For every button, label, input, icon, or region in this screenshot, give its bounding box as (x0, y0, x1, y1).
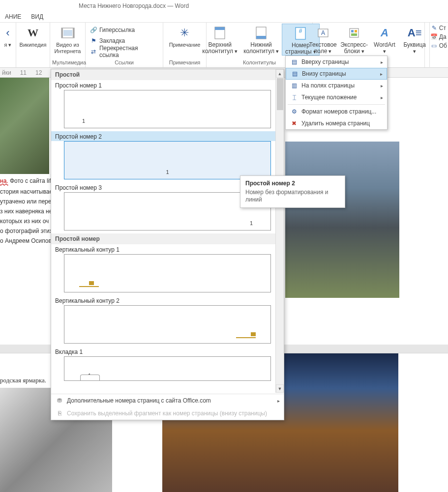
gallery-item-plain-1[interactable]: 1 (64, 90, 271, 128)
svg-text:#: # (299, 28, 302, 34)
svg-rect-2 (61, 28, 63, 38)
svg-rect-14 (355, 30, 357, 32)
quick-parts-button[interactable]: Экспресс- блоки ▾ (338, 24, 369, 55)
svg-rect-15 (351, 33, 357, 36)
globe-link-icon: 🔗 (90, 26, 97, 34)
document-image (285, 142, 399, 298)
svg-text:A: A (321, 29, 325, 36)
chevron-left-icon: ‹ (0, 25, 16, 41)
gallery-item-label: Простой номер 1 (51, 80, 284, 90)
gallery-item-label: Вкладка 1 (51, 347, 284, 356)
gallery-section-header: Простой номер (51, 233, 284, 244)
gallery-item-tab-1[interactable]: 1 (64, 356, 271, 381)
tooltip: Простой номер 2 Номер без форматирования… (240, 175, 345, 208)
group-label: Ссылки (88, 59, 161, 66)
quick-parts-icon (346, 25, 362, 41)
page-margins-icon: ▥ (290, 82, 299, 89)
textbox-button[interactable]: A Текстовое поле ▾ (307, 24, 339, 55)
crossref-button[interactable]: ⇄ Перекрестная ссылка (90, 46, 159, 57)
gallery-scrollbar[interactable]: ▲ ▼ (275, 69, 284, 393)
calendar-icon: 📅 (431, 33, 438, 40)
svg-rect-5 (215, 27, 225, 30)
online-video-button[interactable]: Видео из Интернета (52, 24, 84, 55)
svg-rect-1 (63, 30, 72, 36)
submenu-arrow-icon: ▸ (381, 95, 383, 100)
submenu-arrow-icon: ▸ (277, 398, 280, 404)
scroll-thumb[interactable] (277, 78, 283, 110)
gallery-section-header: Простой (51, 69, 284, 80)
tooltip-body: Номер без форматирования и линий (245, 189, 340, 203)
page-top-icon: ▤ (290, 58, 299, 66)
page-number-menu: ▤ Вверху страницы ▸ ▤ Внизу страницы ▸ ▥… (285, 56, 388, 130)
gallery-item-label: Вертикальный контур 2 (51, 295, 284, 305)
svg-rect-7 (256, 36, 266, 39)
scroll-down-button[interactable]: ▼ (276, 384, 284, 393)
wordart-button[interactable]: A WordArt ▾ (370, 24, 400, 55)
footer-button[interactable]: Нижний колонтитул ▾ (240, 24, 282, 55)
gallery-item-plain-2[interactable]: 1 (64, 141, 271, 179)
page-number-icon: # (293, 26, 308, 41)
scroll-up-button[interactable]: ▲ (276, 69, 284, 78)
wikipedia-button[interactable]: W Википедия (17, 24, 50, 48)
gallery-footer: ⛃ Дополнительные номера страниц с сайта … (51, 394, 284, 420)
ribbon-edge: ✎Ст 📅Да ▭Об (429, 23, 448, 68)
save-selection-button: ⎘ Сохранить выделенный фрагмент как номе… (51, 407, 284, 420)
cursor-position-icon: ⌶ (290, 93, 299, 101)
crossref-icon: ⇄ (90, 48, 97, 56)
signature-icon: ✎ (431, 25, 438, 31)
page-header-icon (212, 25, 228, 41)
window-title: Места Нижнего Новгорода.docx — Word (79, 2, 189, 9)
remove-icon: ✖ (290, 119, 299, 127)
object-icon: ▭ (431, 42, 438, 49)
gallery-item-label: Простой номер 2 (51, 131, 284, 141)
body-text: стория насчитываe утрачено или перес з н… (0, 187, 54, 246)
page-footer-icon (253, 25, 269, 41)
dropcap-button[interactable]: A≡ Буквица ▾ (399, 24, 430, 55)
date-time-button[interactable]: 📅Да (431, 33, 447, 40)
dropcap-icon: A≡ (407, 25, 422, 41)
tooltip-title: Простой номер 2 (245, 180, 340, 187)
gallery-item-vert-accent-1[interactable] (64, 254, 271, 292)
flag-icon: ⚑ (90, 37, 97, 45)
save-selection-icon: ⎘ (55, 410, 64, 417)
submenu-arrow-icon: ▸ (380, 71, 383, 77)
film-icon (60, 25, 76, 41)
wordart-icon: A (377, 25, 392, 41)
svg-rect-13 (351, 30, 354, 32)
menu-tab[interactable]: АНИЕ (0, 12, 26, 22)
menu-bar: АНИЕ ВИД (0, 12, 448, 23)
gallery-item-label: Вертикальный контур 1 (51, 244, 284, 254)
group-label: Мультимедиа (52, 59, 83, 66)
hyperlink-button[interactable]: 🔗 Гиперссылка (90, 25, 159, 35)
object-button[interactable]: ▭Об (431, 42, 447, 49)
page-number-gallery: Простой Простой номер 1 1 Простой номер … (51, 69, 284, 420)
image-caption: родская ярмарка. (0, 376, 46, 385)
group-label: Примечания (165, 59, 204, 66)
more-from-office-button[interactable]: ⛃ Дополнительные номера страниц с сайта … (51, 394, 284, 407)
title-bar: Места Нижнего Новгорода.docx — Word (0, 0, 448, 12)
svg-rect-12 (350, 29, 358, 37)
menu-tab[interactable]: ВИД (26, 12, 48, 22)
menu-item-page-margins[interactable]: ▥ На полях страницы ▸ (286, 80, 387, 91)
menu-item-format-page-numbers[interactable]: ⚙ Формат номеров страниц... (286, 106, 387, 117)
document-image (0, 78, 49, 174)
format-icon: ⚙ (290, 108, 299, 116)
menu-item-bottom-of-page[interactable]: ▤ Внизу страницы ▸ (286, 68, 387, 80)
comment-button[interactable]: ✳ Примечание (166, 24, 204, 48)
header-button[interactable]: Верхний колонтитул ▾ (199, 24, 240, 55)
submenu-arrow-icon: ▸ (381, 59, 383, 65)
menu-item-remove-page-numbers[interactable]: ✖ Удалить номера страниц (286, 117, 387, 129)
menu-item-current-position[interactable]: ⌶ Текущее положение ▸ (286, 91, 387, 103)
gallery-item-vert-accent-2[interactable] (64, 305, 271, 344)
signature-line-button[interactable]: ✎Ст (431, 25, 447, 31)
menu-item-top-of-page[interactable]: ▤ Вверху страницы ▸ (286, 56, 387, 68)
textbox-icon: A (315, 25, 331, 41)
svg-rect-3 (73, 28, 74, 38)
page-bottom-icon: ▤ (290, 70, 299, 78)
submenu-arrow-icon: ▸ (381, 83, 383, 88)
office-icon: ⛃ (55, 397, 64, 404)
sparkle-comment-icon: ✳ (177, 25, 192, 41)
wikipedia-icon: W (25, 25, 41, 41)
